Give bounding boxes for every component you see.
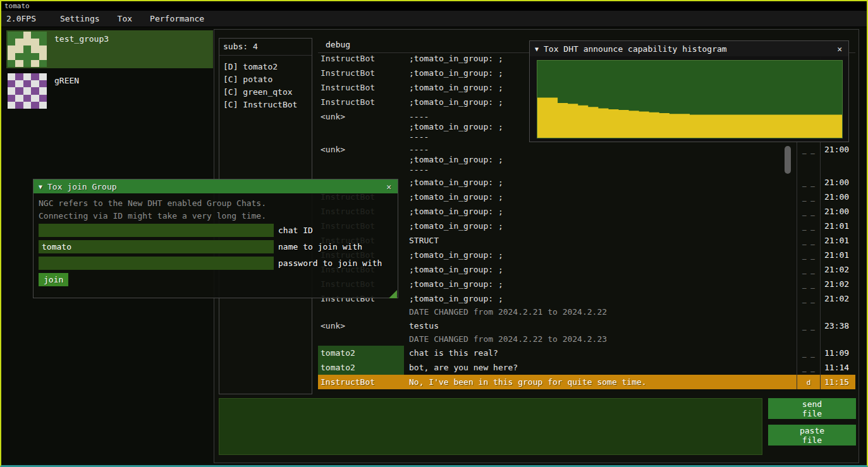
join-password-input[interactable] (39, 257, 274, 270)
message-time: 21:02 (820, 262, 855, 277)
window-title: tomato (4, 2, 30, 10)
message-row[interactable]: tomato2chat is this real?_ _11:09 (318, 346, 855, 360)
dht-histogram-window: ▼ Tox DHT announce capability histogram … (529, 40, 849, 142)
fps-counter: 2.0FPS (1, 14, 42, 23)
message-row[interactable]: InstructBot;tomato_in_group: ;_ _21:00 (318, 190, 855, 204)
close-icon[interactable]: ✕ (836, 44, 843, 54)
message-author: <unk> (318, 109, 404, 142)
subs-member[interactable]: [C] green_qtox (223, 86, 308, 99)
message-status: _ _ (797, 219, 820, 233)
message-author: InstructBot (318, 66, 404, 80)
send-file-button[interactable]: send file (768, 398, 856, 419)
message-text: ;tomato_in_group: ; (404, 248, 797, 262)
message-text: ;tomato_in_group: ; (404, 262, 797, 277)
message-text: ;tomato_in_group: ; (404, 219, 797, 233)
message-row[interactable]: InstructBotNo, I've been in this group f… (318, 375, 855, 389)
close-icon[interactable]: ✕ (385, 182, 393, 191)
message-row[interactable]: InstructBot;tomato_in_group: ;_ _21:00 (318, 204, 855, 219)
message-status: _ _ (797, 175, 820, 190)
resize-grip[interactable] (389, 290, 397, 298)
message-input[interactable] (219, 398, 762, 455)
message-row[interactable]: <unk>testus_ _23:38 (318, 318, 855, 333)
join-button[interactable]: join (39, 273, 68, 286)
join-info-line2: Connecting via ID might take a very long… (34, 209, 398, 221)
window-titlebar[interactable]: tomato (1, 1, 867, 11)
message-text: chat is this real? (404, 346, 797, 360)
message-text: testus (404, 318, 797, 333)
message-row[interactable]: InstructBotSTRUCT_ _21:01 (318, 233, 855, 248)
collapse-icon[interactable]: ▼ (535, 45, 539, 52)
message-status: _ _ (797, 360, 820, 375)
message-row[interactable]: InstructBot;tomato_in_group: ;_ _21:02 (318, 262, 855, 277)
dht-histogram-plot (537, 60, 843, 138)
message-text: STRUCT (404, 233, 797, 248)
message-status: _ _ (797, 190, 820, 204)
date-changed-row: DATE CHANGED from 2024.2.22 to 2024.2.23 (318, 333, 855, 346)
subs-member[interactable]: [C] potato (223, 73, 308, 86)
chat-id-input[interactable] (39, 224, 274, 237)
message-author: tomato2 (318, 346, 404, 360)
menu-items: SettingsToxPerformance (51, 14, 213, 23)
message-author: <unk> (318, 142, 404, 175)
message-row[interactable]: tomato2bot, are you new here?_ _11:14 (318, 360, 855, 375)
menu-item-tox[interactable]: Tox (109, 14, 141, 23)
message-text: bot, are you new here? (404, 360, 797, 375)
message-status: _ _ (797, 346, 820, 360)
message-status: _ _ (797, 277, 820, 291)
join-info-line1: NGC refers to the New DHT enabled Group … (34, 193, 398, 209)
paste-file-button[interactable]: paste file (768, 425, 856, 446)
collapse-icon[interactable]: ▼ (39, 183, 42, 190)
message-time: 21:02 (820, 277, 855, 291)
subs-member[interactable]: [D] tomato2 (223, 61, 308, 73)
dht-histogram-titlebar[interactable]: ▼ Tox DHT announce capability histogram … (530, 41, 848, 56)
message-author: tomato2 (318, 360, 404, 375)
group-item-test_group3[interactable]: test_group3 (6, 30, 213, 68)
group-list: test_group3gREEN (6, 30, 213, 110)
tab-debug[interactable]: debug (326, 40, 350, 49)
group-avatar (8, 73, 47, 109)
message-author: <unk> (318, 318, 404, 333)
chat-id-label: chat ID (274, 224, 313, 237)
group-sidebar: test_group3gREEN (6, 30, 213, 114)
message-time: 11:14 (820, 360, 855, 375)
join-group-titlebar[interactable]: ▼ Tox join Group ✕ (34, 179, 398, 193)
message-time: 21:00 (820, 142, 855, 175)
message-time: 11:09 (820, 346, 855, 360)
message-row[interactable]: <unk>----;tomato_in_group: ;----_ _21:00 (318, 142, 855, 175)
message-text: ;tomato_in_group: ; (404, 190, 797, 204)
message-time: 21:01 (820, 233, 855, 248)
menu-bar: 2.0FPS SettingsToxPerformance (1, 11, 867, 27)
message-text: ;tomato_in_group: ; (404, 291, 797, 306)
message-row[interactable]: InstructBot;tomato_in_group: ;_ _21:02 (318, 277, 855, 291)
date-changed-text: DATE CHANGED from 2024.2.22 to 2024.2.23 (404, 333, 797, 346)
message-text: ;tomato_in_group: ; (404, 277, 797, 291)
dht-histogram-title: Tox DHT announce capability histogram (544, 44, 727, 54)
message-time: 23:38 (820, 318, 855, 333)
message-time: 21:02 (820, 291, 855, 306)
chat-scrollbar-thumb[interactable] (785, 146, 791, 174)
group-name: test_group3 (48, 30, 109, 44)
message-time: 21:00 (820, 175, 855, 190)
subs-member[interactable]: [C] InstructBot (223, 99, 308, 111)
join-name-label: name to join with (274, 240, 362, 253)
message-text: ;tomato_in_group: ; (404, 175, 797, 190)
menu-item-settings[interactable]: Settings (51, 14, 109, 23)
group-item-gREEN[interactable]: gREEN (6, 72, 213, 110)
join-name-input[interactable] (39, 240, 274, 253)
message-status: _ _ (797, 291, 820, 306)
menu-item-performance[interactable]: Performance (141, 14, 213, 23)
join-group-window: ▼ Tox join Group ✕ NGC refers to the New… (33, 179, 398, 298)
message-status: _ _ (797, 204, 820, 219)
message-row[interactable]: InstructBot;tomato_in_group: ;_ _21:01 (318, 219, 855, 233)
message-author: InstructBot (318, 80, 404, 95)
date-changed-text: DATE CHANGED from 2024.2.21 to 2024.2.22 (404, 306, 797, 318)
join-group-body: NGC refers to the New DHT enabled Group … (34, 193, 398, 299)
message-author: InstructBot (318, 95, 404, 109)
message-row[interactable]: InstructBot;tomato_in_group: ;_ _21:01 (318, 248, 855, 262)
message-row[interactable]: InstructBot;tomato_in_group: ;_ _21:00 (318, 175, 855, 190)
message-time: 21:01 (820, 219, 855, 233)
join-password-label: password to join with (274, 257, 382, 270)
subs-list: [D] tomato2[C] potato[C] green_qtox[C] I… (219, 56, 312, 111)
message-author: InstructBot (318, 375, 404, 389)
message-row[interactable]: InstructBot;tomato_in_group: ;_ _21:02 (318, 291, 855, 306)
